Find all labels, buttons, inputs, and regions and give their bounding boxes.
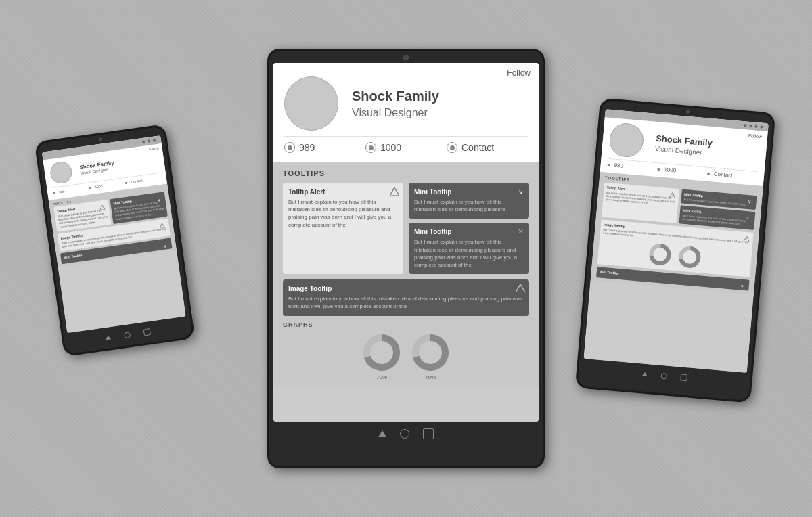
mini-tooltip-2-main: Mini Tooltip But I must explain to you h… — [409, 223, 529, 274]
donut-label-2: 70% — [425, 374, 436, 380]
alert-icon-right: ! — [667, 190, 677, 200]
camera-left — [99, 137, 103, 141]
tablet-left: Follow Shock Family Visual Designer 989 — [35, 124, 196, 357]
tooltips-section-main: TOOLTIPS Tolltip Alert But I must explai… — [273, 162, 539, 387]
chevron-icon-bottom-right: ∨ — [737, 281, 747, 291]
home-btn-right[interactable] — [660, 372, 667, 379]
profile-role-main: Visual Designer — [352, 107, 528, 119]
stat-contact-right: Contact — [707, 171, 758, 181]
stat-twitter-left: 989 — [53, 186, 89, 195]
tooltip-alert-card-main: Tolltip Alert But I must explain to you … — [283, 183, 403, 274]
contact-icon-main — [447, 142, 457, 153]
tooltip-alert-title-main: Tolltip Alert — [288, 188, 398, 196]
stat-twitter-main: 989 — [284, 142, 365, 153]
svg-text:!: ! — [393, 190, 394, 195]
twitter-count-main: 989 — [299, 142, 315, 153]
svg-text:!: ! — [746, 238, 747, 241]
mini-tooltip-title-2-main: Mini Tooltip — [414, 228, 524, 235]
mini-tooltips-col-right: Mini Tooltip But I must explain to you h… — [679, 189, 757, 230]
home-btn-left[interactable] — [124, 332, 131, 338]
donut-chart-1 — [361, 332, 402, 373]
home-btn-main[interactable] — [400, 429, 409, 439]
avatar-main — [284, 76, 338, 131]
stat-contact-left: Contact — [125, 176, 161, 185]
facebook-count-main: 1000 — [380, 142, 401, 153]
recents-btn-left[interactable] — [143, 328, 151, 336]
svg-text:!: ! — [671, 194, 673, 198]
svg-text:!: ! — [102, 206, 103, 209]
tooltip-alert-text-main: But I must explain to you how all this m… — [288, 198, 398, 229]
alert-icon-img-left: ! — [157, 221, 168, 231]
back-btn-right[interactable] — [641, 372, 647, 376]
profile-stats-main: 989 1000 Contact — [284, 136, 528, 156]
profile-header-main: Follow Shock Family Visual Designer 989 — [273, 63, 539, 162]
close-icon-right: ✕ — [743, 213, 753, 223]
donut-sm-1-right — [647, 241, 673, 267]
close-icon-main: ✕ — [516, 227, 525, 236]
contact-label-main: Contact — [461, 142, 494, 153]
chevron-icon-1-right: ∨ — [744, 197, 754, 207]
avatar-left — [49, 160, 73, 185]
recents-btn-right[interactable] — [680, 374, 687, 381]
facebook-icon-main — [365, 142, 376, 153]
donut-label-1: 70% — [376, 374, 387, 380]
stat-twitter-right: 989 — [607, 162, 658, 172]
tablet-main: Follow Shock Family Visual Designer 989 — [267, 49, 545, 468]
screen-main: Follow Shock Family Visual Designer 989 — [273, 63, 539, 422]
image-tooltip-text-main: But I must explain to you how all this m… — [288, 295, 524, 310]
donut-sm-2-right — [677, 244, 703, 270]
stat-facebook-main: 1000 — [365, 142, 447, 153]
donut-1-main: 70% — [361, 332, 402, 380]
tooltip-grid-main: Tolltip Alert But I must explain to you … — [283, 183, 529, 274]
mini-tooltip-text-1-main: But I must explain to you how all this m… — [414, 198, 524, 213]
alert-icon-image-main: ! — [516, 284, 525, 293]
chevron-down-icon-1-main: ∨ — [516, 187, 525, 196]
back-btn-left[interactable] — [106, 335, 112, 340]
mini-tooltip-2-right: Mini Tooltip But I must explain to you h… — [679, 206, 756, 230]
svg-text:!: ! — [162, 225, 163, 228]
donut-chart-2 — [410, 332, 451, 373]
mini-tooltips-column: Mini Tooltip But I must explain to you h… — [409, 183, 529, 274]
profile-name-main: Shock Family — [352, 89, 528, 104]
back-btn-main[interactable] — [378, 430, 386, 437]
donut-2-main: 70% — [410, 332, 451, 380]
tooltips-label-main: TOOLTIPS — [283, 169, 529, 177]
screen-right: Follow Shock Family Visual Designer 989 — [584, 109, 769, 373]
image-tooltip-main: Image Tooltip But I must explain to you … — [283, 279, 529, 315]
chevron-icon-mini-left: ∨ — [160, 240, 171, 251]
stat-facebook-left: 1000 — [89, 181, 125, 189]
stat-facebook-right: 1000 — [657, 166, 708, 176]
mini-tooltip-1-main: Mini Tooltip But I must explain to you h… — [409, 183, 529, 219]
image-tooltip-title-main: Image Tooltip — [288, 285, 524, 292]
mini-tooltip-text-2-main: But I must explain to you how all this m… — [414, 238, 524, 269]
tablet-right: Follow Shock Family Visual Designer 989 — [575, 97, 775, 403]
stat-contact-main: Contact — [447, 142, 528, 153]
graphs-label-main: GRAPHS — [283, 321, 529, 328]
graphs-row-main: 70% 70% — [283, 332, 529, 380]
screen-left: Follow Shock Family Visual Designer 989 — [42, 135, 186, 333]
alert-icon-1-left: ! — [97, 202, 108, 212]
twitter-icon-main — [284, 142, 295, 153]
mini-tooltip-title-1-main: Mini Tooltip — [414, 188, 524, 196]
recents-btn-main[interactable] — [423, 428, 434, 439]
camera-main — [403, 55, 409, 60]
camera-right — [685, 110, 689, 114]
avatar-right — [608, 122, 645, 158]
tooltip-alert-right: Tolltip Alert But I must explain to you … — [602, 182, 679, 223]
follow-button-left[interactable]: Follow — [149, 146, 159, 152]
tooltips-section-right: TOOLTIPS Tolltip Alert But I must explai… — [591, 172, 763, 294]
svg-text:!: ! — [519, 287, 520, 292]
chevron-icon-2-left: ∨ — [153, 194, 164, 205]
alert-triangle-icon-main: ! — [390, 187, 399, 196]
bottom-bar-main — [269, 424, 543, 443]
alert-icon-img-right: ! — [741, 233, 751, 244]
follow-button-main[interactable]: Follow — [507, 68, 531, 78]
